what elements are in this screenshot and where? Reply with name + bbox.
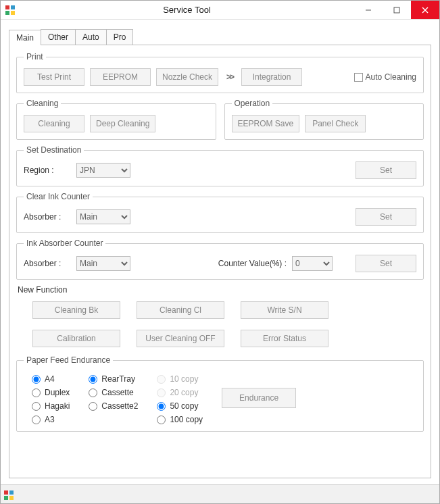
print-row: Test Print EEPROM Nozzle Check >> Integr… — [24, 68, 416, 86]
app-window: Service Tool Main Other Auto Pro Print T… — [0, 0, 440, 504]
nozzle-check-button[interactable]: Nozzle Check — [156, 68, 218, 86]
svg-rect-10 — [4, 496, 8, 500]
svg-rect-0 — [5, 5, 9, 9]
absorber-label: Absorber : — [24, 212, 71, 222]
maximize-button[interactable] — [383, 1, 411, 19]
radio-a4[interactable]: A4 — [32, 374, 70, 384]
titlebar: Service Tool — [1, 1, 439, 20]
panel-check-button[interactable]: Panel Check — [305, 115, 366, 132]
svg-rect-9 — [9, 490, 14, 495]
tab-main[interactable]: Main — [9, 30, 41, 45]
svg-rect-1 — [11, 5, 15, 9]
operation-legend: Operation — [232, 99, 273, 108]
radio-10copy[interactable]: 10 copy — [157, 374, 203, 384]
pf-copies-col: 10 copy 20 copy 50 copy 100 copy — [157, 374, 203, 424]
write-sn-button[interactable]: Write S/N — [241, 301, 328, 319]
radio-100copy[interactable]: 100 copy — [157, 415, 203, 424]
svg-rect-11 — [9, 496, 14, 500]
pf-endurance-wrap: Endurance — [222, 374, 296, 408]
window-buttons — [354, 1, 439, 19]
taskbar — [1, 484, 439, 503]
new-function-title: New Function — [18, 285, 424, 295]
counter-value-select[interactable]: 0 — [292, 256, 333, 271]
radio-a3[interactable]: A3 — [32, 415, 70, 424]
arrow-right-icon: >> — [224, 72, 236, 82]
svg-rect-3 — [11, 11, 15, 15]
operation-group: Operation EEPROM Save Panel Check — [224, 99, 424, 140]
cleaning-button[interactable]: Cleaning — [24, 115, 84, 132]
paper-feed-group: Paper Feed Endurance A4 Duplex Hagaki A3… — [16, 355, 424, 432]
counter-value-label: Counter Value(%) : — [218, 259, 287, 268]
radio-20copy[interactable]: 20 copy — [157, 388, 203, 397]
tab-auto[interactable]: Auto — [75, 29, 107, 45]
ink-absorber-counter-group: Ink Absorber Counter Absorber : Main Cou… — [16, 238, 424, 280]
cleaning-cl-button[interactable]: Cleaning Cl — [137, 301, 224, 319]
ink-abs-set-button[interactable]: Set — [356, 255, 416, 272]
app-icon — [5, 5, 16, 16]
cleaning-group: Cleaning Cleaning Deep Cleaning — [16, 99, 216, 140]
radio-hagaki[interactable]: Hagaki — [32, 401, 70, 411]
clear-ink-set-button[interactable]: Set — [356, 208, 416, 226]
clear-ink-legend: Clear Ink Counter — [24, 192, 93, 201]
radio-50copy[interactable]: 50 copy — [157, 401, 203, 411]
absorber-select[interactable]: Main — [76, 209, 130, 224]
radio-cassette2[interactable]: Cassette2 — [89, 401, 138, 411]
radio-duplex[interactable]: Duplex — [32, 388, 70, 397]
pf-size-col: A4 Duplex Hagaki A3 — [32, 374, 70, 424]
svg-rect-5 — [394, 7, 399, 13]
calibration-button[interactable]: Calibration — [32, 330, 120, 347]
taskbar-app-icon[interactable] — [3, 490, 14, 501]
radio-cassette[interactable]: Cassette — [89, 388, 138, 397]
svg-rect-2 — [5, 11, 9, 15]
svg-rect-8 — [4, 490, 8, 495]
cleaning-legend: Cleaning — [24, 99, 61, 108]
ink-abs-legend: Ink Absorber Counter — [24, 238, 105, 248]
set-destination-group: Set Destination Region : JPN Set — [16, 145, 424, 186]
close-button[interactable] — [411, 1, 439, 19]
test-print-button[interactable]: Test Print — [24, 68, 84, 86]
ink-abs-absorber-label: Absorber : — [24, 259, 71, 268]
region-label: Region : — [24, 166, 71, 175]
pf-source-col: RearTray Cassette Cassette2 — [89, 374, 138, 411]
error-status-button[interactable]: Error Status — [241, 330, 328, 347]
region-select[interactable]: JPN — [76, 163, 130, 178]
paper-feed-legend: Paper Feed Endurance — [24, 355, 113, 365]
user-cleaning-off-button[interactable]: User Cleaning OFF — [137, 330, 224, 347]
set-dest-legend: Set Destination — [24, 145, 84, 155]
eeprom-button[interactable]: EEPROM — [90, 68, 151, 86]
print-legend: Print — [24, 52, 46, 61]
minimize-button[interactable] — [354, 1, 383, 19]
client-area: Main Other Auto Pro Print Test Print EEP… — [1, 20, 439, 484]
clear-ink-group: Clear Ink Counter Absorber : Main Set — [16, 192, 424, 233]
tab-strip: Main Other Auto Pro — [9, 29, 431, 45]
tab-pro[interactable]: Pro — [106, 29, 134, 45]
auto-cleaning-label: Auto Cleaning — [366, 72, 416, 82]
cleaning-bk-button[interactable]: Cleaning Bk — [32, 301, 120, 319]
ink-abs-absorber-select[interactable]: Main — [76, 256, 130, 271]
integration-button[interactable]: Integration — [241, 68, 302, 86]
auto-cleaning-checkbox[interactable]: Auto Cleaning — [354, 72, 416, 82]
cleaning-operation-row: Cleaning Cleaning Deep Cleaning Operatio… — [16, 99, 424, 145]
eeprom-save-button[interactable]: EEPROM Save — [232, 115, 300, 132]
window-title: Service Tool — [20, 5, 354, 15]
checkbox-icon — [354, 73, 363, 82]
tab-page-main: Print Test Print EEPROM Nozzle Check >> … — [9, 45, 431, 478]
set-destination-button[interactable]: Set — [356, 161, 416, 179]
tab-other[interactable]: Other — [41, 29, 76, 45]
radio-reartray[interactable]: RearTray — [89, 374, 138, 384]
endurance-button[interactable]: Endurance — [222, 388, 296, 408]
deep-cleaning-button[interactable]: Deep Cleaning — [90, 115, 155, 132]
print-group: Print Test Print EEPROM Nozzle Check >> … — [16, 52, 424, 93]
new-function-grid: Cleaning Bk Cleaning Cl Write S/N Calibr… — [16, 299, 424, 350]
